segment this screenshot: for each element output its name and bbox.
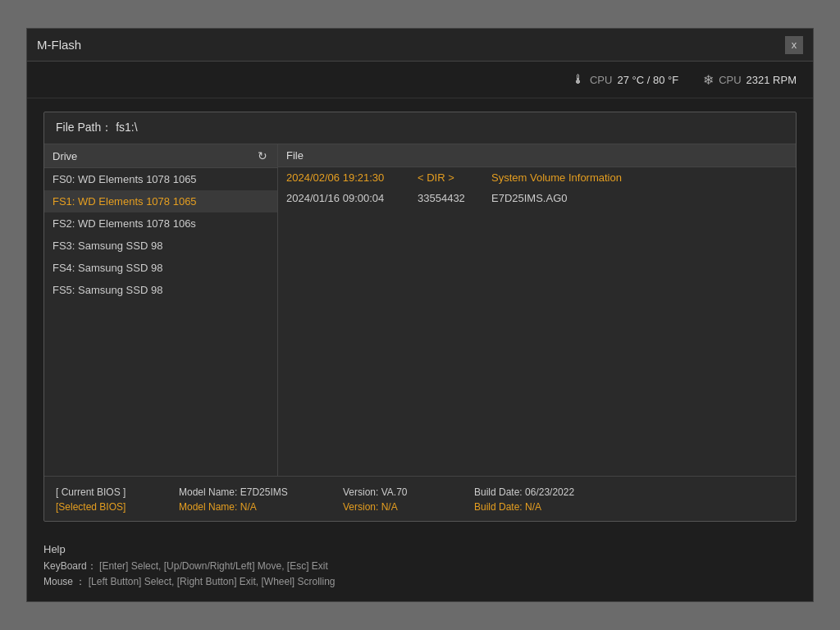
file-path-label: File Path： <box>56 121 112 134</box>
file-size-1: 33554432 <box>418 192 491 204</box>
close-button[interactable]: x <box>785 36 803 54</box>
columns-area: Drive ↻ FS0: WD Elements 1078 1065 FS1: … <box>44 144 796 476</box>
cpu-temp-label: CPU <box>590 74 612 86</box>
help-mouse: Mouse ： [Left Button] Select, [Right But… <box>43 574 797 590</box>
bios-labels-col: [ Current BIOS ] [Selected BIOS] <box>56 486 179 513</box>
cpu-fan-display: ❄ CPU 2321 RPM <box>703 72 797 88</box>
file-date-0: 2024/02/06 19:21:30 <box>286 171 418 184</box>
current-build-display: Build Date: 06/23/2022 <box>474 486 784 498</box>
drive-item-0[interactable]: FS0: WD Elements 1078 1065 <box>44 168 277 190</box>
drive-list: FS0: WD Elements 1078 1065 FS1: WD Eleme… <box>44 168 277 476</box>
current-model-display: Model Name: E7D25IMS <box>179 486 343 498</box>
keyboard-label: KeyBoard： <box>43 560 97 572</box>
build-col: Build Date: 06/23/2022 Build Date: N/A <box>474 486 784 513</box>
window-title: M-Flash <box>37 38 81 52</box>
file-name-0: System Volume Information <box>491 171 788 184</box>
title-bar: M-Flash x <box>27 29 813 62</box>
cpu-fan-value: 2321 RPM <box>746 74 797 86</box>
current-bios-label: [ Current BIOS ] <box>56 486 179 498</box>
thermometer-icon: 🌡 <box>572 72 585 87</box>
selected-build-display: Build Date: N/A <box>474 501 784 513</box>
file-column: File 2024/02/06 19:21:30 < DIR > System … <box>278 144 796 476</box>
file-row-0[interactable]: 2024/02/06 19:21:30 < DIR > System Volum… <box>278 167 796 188</box>
file-list: 2024/02/06 19:21:30 < DIR > System Volum… <box>278 167 796 476</box>
drive-item-2[interactable]: FS2: WD Elements 1078 106s <box>44 212 277 235</box>
version-col: Version: VA.70 Version: N/A <box>343 486 474 513</box>
drive-item-5[interactable]: FS5: Samsung SSD 98 <box>44 279 277 301</box>
mouse-value: [Left Button] Select, [Right Button] Exi… <box>89 576 336 587</box>
file-path-value: fs1:\ <box>116 121 137 134</box>
file-row-1[interactable]: 2024/01/16 09:00:04 33554432 E7D25IMS.AG… <box>278 188 796 208</box>
mouse-label: Mouse ： <box>43 576 85 587</box>
drive-header: Drive ↻ <box>44 144 277 168</box>
selected-bios-label: [Selected BIOS] <box>56 501 179 513</box>
file-size-0: < DIR > <box>418 171 491 184</box>
file-header-label: File <box>286 149 304 162</box>
refresh-button[interactable]: ↻ <box>256 149 269 162</box>
cpu-temp-value: 27 °C / 80 °F <box>617 74 678 86</box>
main-window: M-Flash x 🌡 CPU 27 °C / 80 °F ❄ CPU 2321… <box>26 28 814 602</box>
status-bar: 🌡 CPU 27 °C / 80 °F ❄ CPU 2321 RPM <box>27 62 813 98</box>
drive-column: Drive ↻ FS0: WD Elements 1078 1065 FS1: … <box>44 144 278 476</box>
info-bar: [ Current BIOS ] [Selected BIOS] Model N… <box>44 476 796 521</box>
current-version-display: Version: VA.70 <box>343 486 474 498</box>
fan-icon: ❄ <box>703 72 714 88</box>
help-bar: Help KeyBoard： [Enter] Select, [Up/Down/… <box>27 535 813 601</box>
drive-item-1[interactable]: FS1: WD Elements 1078 1065 <box>44 190 277 212</box>
drive-item-4[interactable]: FS4: Samsung SSD 98 <box>44 257 277 279</box>
file-header: File <box>278 144 796 167</box>
model-col: Model Name: E7D25IMS Model Name: N/A <box>179 486 343 513</box>
drive-item-3[interactable]: FS3: Samsung SSD 98 <box>44 235 277 257</box>
cpu-fan-label: CPU <box>719 74 741 86</box>
cpu-temp-display: 🌡 CPU 27 °C / 80 °F <box>572 72 678 87</box>
main-content: File Path： fs1:\ Drive ↻ FS0: WD Element… <box>27 98 813 535</box>
file-date-1: 2024/01/16 09:00:04 <box>286 192 418 204</box>
file-name-1: E7D25IMS.AG0 <box>491 192 788 204</box>
drive-header-label: Drive <box>52 150 77 162</box>
keyboard-value: [Enter] Select, [Up/Down/Right/Left] Mov… <box>99 560 328 572</box>
help-title: Help <box>43 543 797 555</box>
file-panel: File Path： fs1:\ Drive ↻ FS0: WD Element… <box>43 112 797 522</box>
selected-model-display: Model Name: N/A <box>179 501 343 513</box>
selected-version-display: Version: N/A <box>343 501 474 513</box>
help-keyboard: KeyBoard： [Enter] Select, [Up/Down/Right… <box>43 559 797 574</box>
file-path-bar: File Path： fs1:\ <box>44 112 796 144</box>
